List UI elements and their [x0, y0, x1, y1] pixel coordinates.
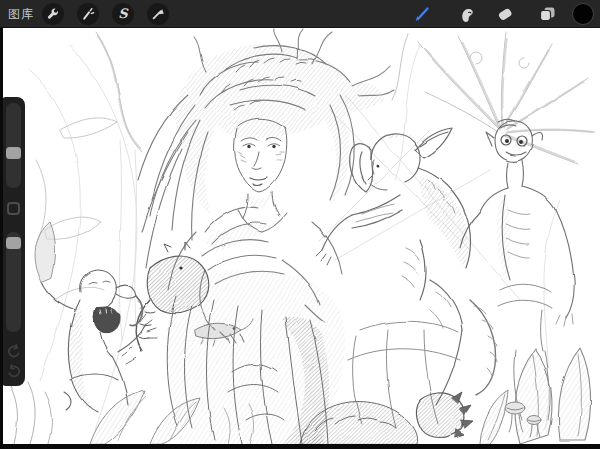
undo-button[interactable] [6, 343, 22, 359]
paint-tool-button[interactable] [408, 1, 436, 27]
arrow-cursor-icon [151, 7, 165, 21]
canvas-artwork[interactable] [3, 28, 600, 444]
left-edge-letterbox [0, 28, 3, 449]
bottom-edge-letterbox [0, 444, 600, 449]
brush-icon [411, 3, 433, 25]
top-toolbar: 图库 S [0, 0, 600, 28]
undo-icon [6, 343, 22, 359]
redo-icon [6, 363, 22, 379]
procreate-app: 图库 S [0, 0, 600, 449]
redo-button[interactable] [6, 363, 22, 379]
gallery-button[interactable]: 图库 [8, 0, 34, 28]
s-ribbon-icon: S [118, 7, 127, 20]
adjustments-button[interactable] [77, 3, 99, 25]
opacity-slider[interactable] [6, 232, 21, 332]
magic-wand-icon [81, 7, 95, 21]
actions-button[interactable] [42, 3, 64, 25]
layers-icon [536, 3, 558, 25]
brush-size-slider[interactable] [6, 103, 21, 188]
erase-tool-button[interactable] [491, 1, 519, 27]
selection-button[interactable]: S [112, 3, 134, 25]
color-swatch-button[interactable] [572, 3, 594, 25]
opacity-handle[interactable] [6, 237, 21, 249]
eraser-icon [494, 3, 516, 25]
modify-button[interactable] [7, 202, 20, 215]
layers-button[interactable] [533, 1, 561, 27]
brush-size-handle[interactable] [6, 147, 21, 159]
smudge-tool-button[interactable] [453, 1, 481, 27]
transform-button[interactable] [147, 3, 169, 25]
left-sidebar [2, 97, 25, 386]
finger-icon [456, 3, 478, 25]
wrench-icon [46, 7, 60, 21]
